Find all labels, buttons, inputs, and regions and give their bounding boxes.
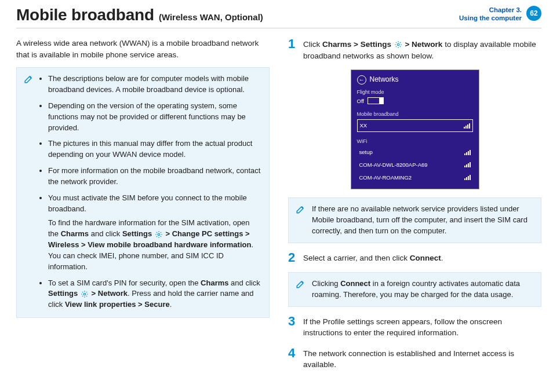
note-box-sim: If there are no available network servic…	[288, 197, 541, 243]
intro-text: A wireless wide area network (WWAN) is a…	[16, 38, 270, 60]
signal-icon	[464, 175, 471, 180]
step-number: 2	[288, 251, 297, 264]
note-item: The pictures in this manual may differ f…	[48, 138, 262, 160]
back-icon: ←	[357, 75, 366, 85]
chapter-label: Chapter 3. Using the computer	[459, 6, 522, 23]
wifi-row: setup	[357, 146, 473, 158]
gear-icon	[154, 230, 163, 239]
svg-point-0	[158, 233, 160, 236]
signal-icon	[464, 162, 471, 167]
step-number: 3	[288, 315, 297, 339]
pencil-icon	[296, 279, 306, 301]
signal-icon	[464, 150, 471, 155]
note-box-left: The descriptions below are for computer …	[16, 67, 270, 318]
svg-point-2	[397, 44, 399, 46]
page-subtitle: (Wireless WAN, Optional)	[159, 12, 263, 22]
step-number: 4	[288, 347, 297, 371]
note-item: The descriptions below are for computer …	[48, 74, 262, 96]
carrier-row: XX	[357, 119, 473, 132]
signal-icon	[464, 123, 470, 129]
note-item: For more information on the mobile broad…	[48, 166, 262, 188]
pencil-icon	[24, 74, 34, 310]
toggle-icon	[368, 97, 384, 104]
note-box-roaming: Clicking Connect in a foreign country ac…	[288, 272, 541, 307]
step-4: 4 The network connection is established …	[288, 347, 541, 371]
page-number-badge: 62	[526, 6, 541, 21]
step-number: 1	[288, 38, 297, 61]
page-title: Mobile broadband	[16, 6, 154, 24]
wifi-row: COM-AV-ROAMING2	[357, 172, 473, 184]
pencil-icon	[296, 204, 306, 237]
svg-point-1	[83, 293, 86, 295]
note-sub: To find the hardware information for the…	[48, 218, 262, 272]
networks-panel-illustration: ←Networks Flight mode Off Mobile broadba…	[351, 69, 479, 189]
step-1: 1 Click Charms > Settings > Network to d…	[288, 38, 541, 61]
note-item: Depending on the version of the operatin…	[48, 101, 262, 134]
note-item: You must activate the SIM before you con…	[48, 193, 262, 273]
gear-icon	[80, 290, 89, 299]
step-2: 2 Select a carrier, and then click Conne…	[288, 251, 541, 264]
wifi-row: COM-AV-DWL-8200AP-A69	[357, 159, 473, 171]
gear-icon	[394, 40, 403, 49]
note-item: To set a SIM card's PIN for security, op…	[48, 278, 262, 311]
step-3: 3 If the Profile settings screen appears…	[288, 315, 541, 339]
divider	[16, 28, 541, 28]
